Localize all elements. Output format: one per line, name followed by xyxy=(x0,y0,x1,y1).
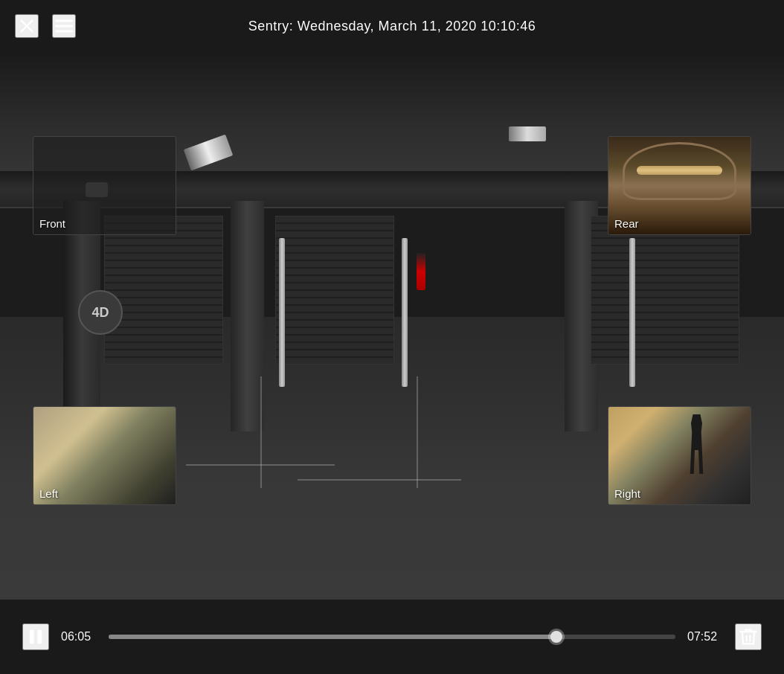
pause-icon xyxy=(25,626,46,647)
progress-bar[interactable] xyxy=(109,635,675,639)
right-camera-label: Right xyxy=(614,487,640,500)
bollard-2 xyxy=(402,238,408,387)
front-camera-thumbnail[interactable]: Front xyxy=(33,136,176,235)
header-bar: Sentry: Wednesday, March 11, 2020 10:10:… xyxy=(0,0,784,52)
roller-door-1 xyxy=(104,216,223,365)
parking-line-v2 xyxy=(417,376,418,488)
trash-icon xyxy=(738,626,759,647)
rear-camera-thumbnail[interactable]: Rear xyxy=(608,136,751,235)
progress-fill xyxy=(109,635,556,639)
rear-camera-label: Rear xyxy=(614,217,639,230)
play-pause-button[interactable] xyxy=(22,623,49,650)
left-camera-thumbnail[interactable]: Left xyxy=(33,406,176,505)
roller-door-3 xyxy=(591,216,739,365)
roller-door-2 xyxy=(275,216,394,365)
menu-button[interactable] xyxy=(52,14,76,38)
column-2 xyxy=(231,201,264,431)
total-time: 07:52 xyxy=(687,630,723,643)
fire-extinguisher xyxy=(417,253,425,290)
progress-handle[interactable] xyxy=(550,631,562,643)
left-camera-label: Left xyxy=(39,487,58,500)
header-title: Sentry: Wednesday, March 11, 2020 10:10:… xyxy=(248,19,536,34)
delete-button[interactable] xyxy=(735,623,762,650)
person-figure xyxy=(687,414,706,474)
bollard-3 xyxy=(629,238,635,387)
ceiling-light-2 xyxy=(509,126,546,141)
current-time: 06:05 xyxy=(61,630,97,643)
svg-rect-5 xyxy=(30,630,34,644)
bollard-1 xyxy=(279,238,285,387)
main-video-feed: 4D xyxy=(0,52,784,600)
front-camera-label: Front xyxy=(39,217,65,230)
svg-rect-6 xyxy=(37,630,42,644)
close-button[interactable] xyxy=(15,14,39,38)
controls-bar: 06:05 07:52 xyxy=(0,600,784,674)
right-camera-thumbnail[interactable]: Right xyxy=(608,406,751,505)
level-sign: 4D xyxy=(78,290,123,335)
rear-mirror xyxy=(637,166,722,175)
video-container: 4D Front Rear Left xyxy=(0,52,784,600)
parking-line-v1 xyxy=(260,376,262,488)
parking-line-h2 xyxy=(298,479,461,481)
